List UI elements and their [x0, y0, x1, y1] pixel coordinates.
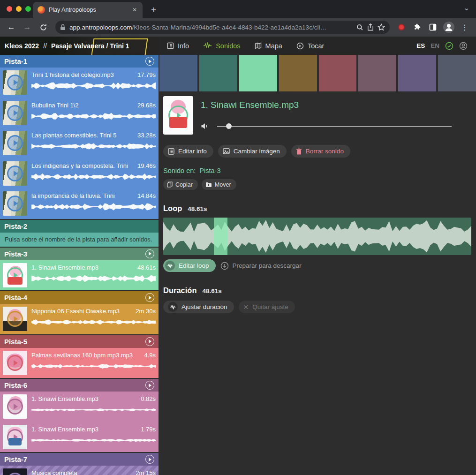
clip-thumbnail[interactable] — [3, 351, 27, 375]
palette-swatch[interactable] — [199, 55, 237, 91]
clip-name[interactable]: Nipponia 06 Esashi Oiwake.mp3 — [31, 308, 133, 315]
clip-row[interactable]: la importancia de la lluvia. Trini14.84s — [0, 188, 159, 219]
recorder-extension-icon[interactable] — [398, 24, 405, 30]
palette-swatch[interactable] — [358, 55, 396, 91]
palette-swatch[interactable] — [398, 55, 436, 91]
track-header[interactable]: Pista-3 — [0, 248, 159, 260]
share-icon[interactable] — [367, 23, 374, 31]
clip-thumbnail[interactable] — [3, 161, 27, 186]
zoom-icon[interactable] — [356, 24, 363, 31]
clip-name[interactable]: Musica completa — [31, 469, 133, 475]
track-name[interactable]: Pista-3 — [4, 250, 27, 258]
volume-thumb[interactable] — [226, 123, 232, 129]
zoom-window-button[interactable] — [25, 6, 31, 12]
browser-tab[interactable]: Play Antropoloops ✕ — [33, 2, 143, 18]
clip-name[interactable]: Trini 1 historia del colegio.mp3 — [31, 71, 135, 78]
palette-swatch-selected[interactable] — [239, 55, 277, 91]
url-bar[interactable]: app.antropoloops.com/Kleos-Santa-Marina/… — [55, 21, 390, 34]
track-play-icon[interactable] — [145, 57, 154, 66]
loop-playhead[interactable] — [214, 218, 227, 255]
breadcrumb-page[interactable]: Pasaje Valvanera / Trini 1 — [51, 42, 129, 50]
prepare-download-button[interactable]: Preparar para descargar — [220, 262, 302, 270]
track-header[interactable]: Pista-7 — [0, 453, 159, 466]
back-button[interactable]: ← — [5, 21, 18, 34]
move-button[interactable]: Mover — [202, 179, 236, 190]
track-play-icon[interactable] — [145, 455, 154, 464]
reload-button[interactable] — [37, 21, 50, 34]
window-controls[interactable] — [7, 6, 31, 12]
clip-row[interactable]: Musica completa2m 15s — [0, 466, 159, 475]
track-header[interactable]: Pista-5 — [0, 335, 159, 348]
track-header[interactable]: Pista-1 — [0, 55, 159, 68]
breadcrumb-project[interactable]: Kleos 2022 — [5, 42, 39, 50]
nav-sonidos[interactable]: Sonidos — [203, 42, 240, 50]
clip-play-icon[interactable] — [7, 267, 23, 283]
sound-play-icon[interactable] — [168, 106, 188, 125]
clip-row[interactable]: 1. Sinawi Ensemble.mp30.82s — [0, 392, 159, 422]
clip-row[interactable]: 1. Sinawi Ensemble.mp31.79s — [0, 422, 159, 452]
nav-info[interactable]: Info — [167, 42, 189, 50]
clip-thumbnail[interactable] — [3, 263, 27, 287]
clip-name[interactable]: la importancia de la lluvia. Trini — [31, 192, 135, 199]
clip-thumbnail[interactable] — [3, 307, 27, 331]
clip-name[interactable]: Palmas sevillanas 160 bpm mp3.mp3 — [31, 352, 141, 359]
clip-thumbnail[interactable] — [3, 101, 27, 125]
tab-close-icon[interactable]: ✕ — [130, 6, 139, 14]
clip-thumbnail[interactable] — [3, 70, 27, 95]
adjust-duration-button[interactable]: Ajustar duración — [163, 301, 234, 313]
clip-play-icon[interactable] — [7, 166, 23, 181]
chevron-down-icon[interactable]: ⌄ — [463, 4, 469, 12]
track-play-icon[interactable] — [145, 249, 154, 258]
track-play-icon[interactable] — [145, 381, 154, 390]
copy-button[interactable]: Copiar — [163, 179, 198, 190]
clip-play-icon[interactable] — [7, 429, 23, 445]
clip-play-icon[interactable] — [7, 196, 23, 211]
clip-thumbnail[interactable] — [3, 394, 27, 419]
clip-row[interactable]: Trini 1 historia del colegio.mp317.79s — [0, 68, 159, 98]
clip-row[interactable]: Bubulina Trini 1\229.68s — [0, 98, 159, 128]
palette-swatch[interactable] — [319, 55, 357, 91]
clip-row-selected[interactable]: 1. Sinawi Ensemble.mp348.61s — [0, 260, 159, 291]
palette-swatch[interactable] — [279, 55, 317, 91]
split-view-icon[interactable] — [426, 21, 439, 34]
track-name[interactable]: Pista-7 — [4, 455, 27, 463]
lang-es[interactable]: ES — [416, 42, 425, 49]
lang-en[interactable]: EN — [431, 42, 439, 49]
edit-loop-button[interactable]: Editar loop — [163, 259, 216, 272]
clip-play-icon[interactable] — [7, 399, 23, 415]
sound-image[interactable] — [163, 96, 193, 135]
clip-play-icon[interactable] — [7, 105, 23, 121]
delete-sound-button[interactable]: Borrar sonido — [291, 145, 350, 158]
clip-thumbnail[interactable] — [3, 468, 27, 475]
new-tab-button[interactable]: + — [148, 5, 159, 18]
forward-button[interactable]: → — [21, 21, 34, 34]
breadcrumb[interactable]: Kleos 2022 // Pasaje Valvanera / Trini 1 — [0, 37, 159, 55]
profile-avatar[interactable] — [442, 21, 455, 34]
url-text[interactable]: app.antropoloops.com/Kleos-Santa-Marina/… — [69, 24, 353, 31]
palette-swatch[interactable] — [438, 55, 476, 91]
clip-thumbnail[interactable] — [3, 191, 27, 216]
close-window-button[interactable] — [7, 6, 12, 12]
clip-thumbnail[interactable] — [3, 131, 27, 155]
minimize-window-button[interactable] — [16, 6, 22, 12]
clip-thumbnail[interactable] — [3, 425, 27, 449]
edit-info-button[interactable]: Editar info — [163, 145, 213, 158]
clip-play-icon[interactable] — [7, 473, 23, 475]
clip-name[interactable]: 1. Sinawi Ensemble.mp3 — [31, 264, 135, 271]
clip-name[interactable]: Bubulina Trini 1\2 — [31, 102, 135, 109]
clip-name[interactable]: Las plantas comestibles. Trini 5 — [31, 132, 135, 139]
volume-slider[interactable] — [217, 123, 452, 129]
clip-play-icon[interactable] — [7, 355, 23, 371]
clip-row[interactable]: Nipponia 06 Esashi Oiwake.mp32m 30s — [0, 304, 159, 334]
clip-play-icon[interactable] — [7, 75, 23, 90]
browser-menu-icon[interactable]: ⋮ — [458, 23, 471, 32]
clip-play-icon[interactable] — [7, 135, 23, 151]
clip-row[interactable]: Palmas sevillanas 160 bpm mp3.mp34.9s — [0, 348, 159, 378]
account-icon[interactable] — [459, 42, 468, 50]
remove-adjust-button[interactable]: ✕ Quitar ajuste — [239, 301, 295, 313]
clip-row[interactable]: Las plantas comestibles. Trini 533.28s — [0, 128, 159, 158]
track-header[interactable]: Pista-4 — [0, 291, 159, 304]
track-name[interactable]: Pista-4 — [4, 294, 27, 302]
track-header[interactable]: Pista-2 — [0, 220, 159, 233]
clip-row[interactable]: Los indigenas y la compostela. Trini19.4… — [0, 158, 159, 189]
